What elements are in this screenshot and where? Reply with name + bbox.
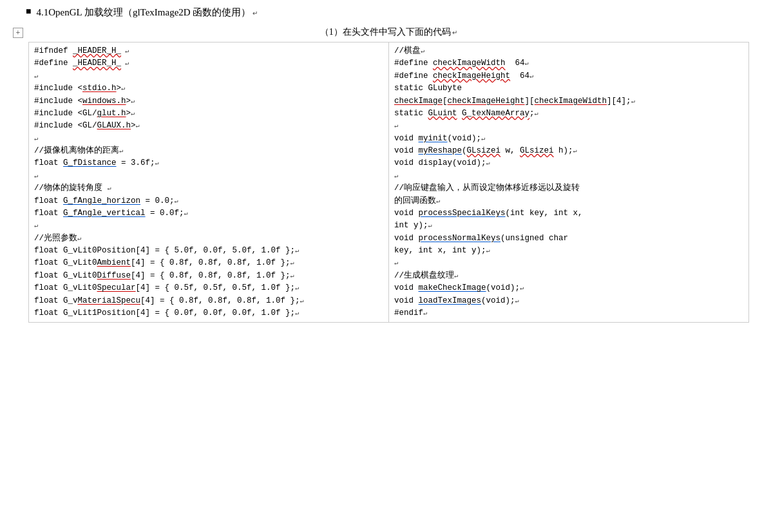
code-line: ↵ [34, 220, 383, 232]
code-line: //响应键盘输入，从而设定物体移近移远以及旋转 [394, 182, 743, 195]
code-line: void processNormalKeys(unsigned char [394, 233, 743, 245]
code-line: float G_vMaterialSpecu[4] = { 0.8f, 0.8f… [34, 295, 383, 307]
code-line: int y);↵ [394, 220, 743, 232]
code-line: float G_vLit0Diffuse[4] = { 0.8f, 0.8f, … [34, 270, 383, 282]
code-line: //生成棋盘纹理↵ [394, 270, 743, 282]
code-line: #define checkImageHeight 64↵ [394, 70, 743, 82]
code-line: static GLuint G_texNameArray;↵ [394, 108, 743, 120]
code-line: 的回调函数↵ [394, 195, 743, 207]
code-line: void makeCheckImage(void);↵ [394, 282, 743, 294]
table-row: #ifndef _HEADER_H_ ↵ #define _HEADER_H_ … [29, 43, 748, 322]
code-line: float G_vLit0Ambient[4] = { 0.8f, 0.8f, … [34, 257, 383, 269]
code-line: float G_fAngle_horizon = 0.0;↵ [34, 195, 383, 207]
code-line: void processSpecialKeys(int key, int x, [394, 207, 743, 220]
code-table: #ifndef _HEADER_H_ ↵ #define _HEADER_H_ … [29, 43, 748, 322]
code-line: #include <windows.h>↵ [34, 95, 383, 108]
code-block: #ifndef _HEADER_H_ ↵ #define _HEADER_H_ … [28, 42, 749, 323]
code-line: #include <GL/GLAUX.h>↵ [34, 120, 383, 132]
code-line: checkImage[checkImageHeight][checkImageW… [394, 95, 743, 108]
section-header: + （1）在头文件中写入下面的代码 ↵ [13, 26, 749, 38]
code-line: //摄像机离物体的距离↵ [34, 145, 383, 157]
code-line: static GLubyte [394, 82, 743, 95]
right-code-cell: //棋盘↵ #define checkImageWidth 64↵ #defin… [389, 43, 749, 322]
code-line: #include <GL/glut.h>↵ [34, 108, 383, 120]
expand-icon[interactable]: + [13, 28, 23, 38]
section-title: （1）在头文件中写入下面的代码 ↵ [28, 26, 749, 38]
code-line: //光照参数↵ [34, 233, 383, 245]
code-line: void loadTexImages(void);↵ [394, 295, 743, 307]
code-line: #ifndef _HEADER_H_ ↵ [34, 45, 383, 57]
code-line: void display(void);↵ [394, 157, 743, 169]
code-line: float G_fDistance = 3.6f;↵ [34, 157, 383, 169]
code-line: #define checkImageWidth 64↵ [394, 57, 743, 70]
code-line: ↵ [394, 120, 743, 132]
code-line: ↵ [34, 133, 383, 145]
bullet-text: 4.1OpenGL 加载纹理（glTexImage2D 函数的使用） ↵ [36, 6, 257, 19]
code-line: float G_vLit1Position[4] = { 0.0f, 0.0f,… [34, 307, 383, 319]
code-line: float G_vLit0Specular[4] = { 0.5f, 0.5f,… [34, 282, 383, 294]
code-line: #include <stdio.h>↵ [34, 82, 383, 95]
code-line: //棋盘↵ [394, 45, 743, 57]
code-line: #define _HEADER_H_ ↵ [34, 57, 383, 70]
code-line: key, int x, int y);↵ [394, 245, 743, 257]
code-line: ↵ [34, 70, 383, 82]
code-line: //物体的旋转角度 ↵ [34, 182, 383, 195]
code-line: float G_vLit0Position[4] = { 5.0f, 0.0f,… [34, 245, 383, 257]
bullet-icon: ■ [26, 6, 31, 17]
code-line: ↵ [34, 170, 383, 182]
code-line: #endif↵ [394, 307, 743, 319]
code-line: void myReshape(GLsizei w, GLsizei h);↵ [394, 145, 743, 157]
left-code-cell: #ifndef _HEADER_H_ ↵ #define _HEADER_H_ … [29, 43, 389, 322]
code-line: ↵ [394, 170, 743, 182]
code-line: void myinit(void);↵ [394, 133, 743, 145]
code-line: float G_fAngle_vertical = 0.0f;↵ [34, 207, 383, 220]
bullet-section: ■ 4.1OpenGL 加载纹理（glTexImage2D 函数的使用） ↵ [13, 6, 749, 19]
code-line: ↵ [394, 257, 743, 269]
